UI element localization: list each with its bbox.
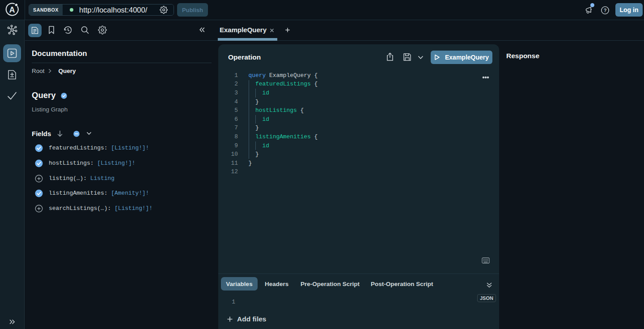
svg-text:?: ? bbox=[604, 8, 607, 13]
svg-text:A: A bbox=[9, 5, 15, 14]
